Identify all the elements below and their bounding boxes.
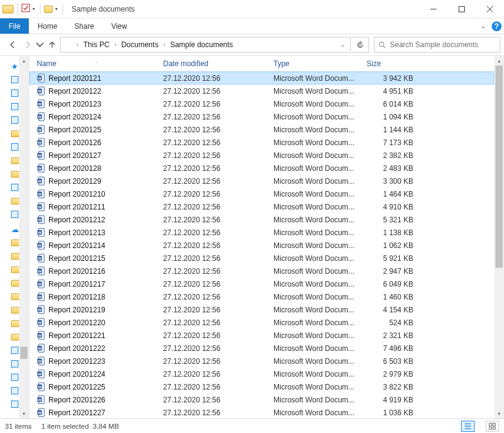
- file-row[interactable]: WReport 2020121927.12.2020 12:56Microsof…: [29, 303, 494, 316]
- file-row[interactable]: WReport 202012427.12.2020 12:56Microsoft…: [29, 110, 494, 123]
- chevron-right-icon[interactable]: ›: [113, 42, 118, 48]
- nav-folder-icon[interactable]: [11, 293, 20, 300]
- file-name: Report 2020127: [48, 151, 101, 160]
- nav-item-icon[interactable]: [11, 76, 18, 83]
- nav-item-icon[interactable]: [11, 347, 18, 354]
- search-box[interactable]: [374, 37, 500, 53]
- nav-item-icon[interactable]: [11, 360, 18, 367]
- nav-folder-icon[interactable]: [11, 157, 20, 164]
- title-caret-icon[interactable]: ▾: [54, 6, 59, 12]
- nav-folder-icon[interactable]: [11, 253, 20, 260]
- file-row[interactable]: WReport 202012527.12.2020 12:56Microsoft…: [29, 123, 494, 136]
- file-row[interactable]: WReport 2020121327.12.2020 12:56Microsof…: [29, 226, 494, 239]
- file-row[interactable]: WReport 2020122727.12.2020 12:56Microsof…: [29, 406, 494, 418]
- file-row[interactable]: WReport 2020121527.12.2020 12:56Microsof…: [29, 252, 494, 265]
- details-view-button[interactable]: [461, 421, 475, 432]
- icons-view-button[interactable]: [486, 421, 499, 432]
- quick-access-icon[interactable]: ★: [11, 62, 18, 71]
- file-row[interactable]: WReport 202012627.12.2020 12:56Microsoft…: [29, 136, 494, 149]
- nav-recent-dropdown[interactable]: [36, 38, 44, 51]
- scroll-up-icon[interactable]: ▴: [19, 56, 29, 66]
- address-bar[interactable]: › This PC › Documents › Sample documents…: [60, 37, 351, 53]
- breadcrumb-this-pc[interactable]: This PC: [82, 40, 111, 49]
- file-row[interactable]: WReport 202012227.12.2020 12:56Microsoft…: [29, 85, 494, 97]
- file-type: Microsoft Word Docum...: [269, 267, 362, 276]
- nav-folder-icon[interactable]: [11, 239, 20, 246]
- properties-icon[interactable]: [21, 4, 30, 15]
- nav-folder-icon[interactable]: [11, 307, 20, 314]
- nav-item-icon[interactable]: [11, 103, 18, 110]
- tab-share[interactable]: Share: [66, 18, 102, 34]
- nav-item-icon[interactable]: [11, 184, 18, 191]
- nav-folder-icon[interactable]: [11, 198, 20, 205]
- list-scrollbar[interactable]: ▴ ▾: [494, 56, 504, 418]
- tab-file[interactable]: File: [0, 18, 29, 34]
- breadcrumb-sample-documents[interactable]: Sample documents: [169, 40, 234, 49]
- nav-item-icon[interactable]: [11, 387, 18, 394]
- breadcrumb-documents[interactable]: Documents: [120, 40, 160, 49]
- addr-expand-icon[interactable]: ⌄: [338, 42, 348, 48]
- file-row[interactable]: WReport 2020122427.12.2020 12:56Microsof…: [29, 367, 494, 380]
- nav-folder-icon[interactable]: [11, 320, 20, 327]
- chevron-right-icon[interactable]: ›: [75, 42, 80, 48]
- file-size: 2 483 KB: [362, 164, 418, 173]
- file-row[interactable]: WReport 2020121827.12.2020 12:56Microsof…: [29, 290, 494, 303]
- file-size: 4 910 KB: [362, 203, 418, 211]
- nav-item-icon[interactable]: [11, 116, 18, 124]
- file-row[interactable]: WReport 2020121027.12.2020 12:56Microsof…: [29, 187, 494, 200]
- file-row[interactable]: WReport 202012327.12.2020 12:56Microsoft…: [29, 97, 494, 110]
- file-row[interactable]: WReport 2020121127.12.2020 12:56Microsof…: [29, 200, 494, 213]
- file-row[interactable]: WReport 2020122127.12.2020 12:56Microsof…: [29, 329, 494, 342]
- nav-folder-icon[interactable]: [11, 334, 20, 341]
- file-row[interactable]: WReport 202012827.12.2020 12:56Microsoft…: [29, 162, 494, 175]
- nav-folder-icon[interactable]: [11, 280, 20, 287]
- onedrive-icon[interactable]: ☁: [11, 225, 19, 234]
- nav-folder-icon[interactable]: [11, 266, 20, 273]
- navigation-pane[interactable]: ★ ☁ ▴: [0, 56, 29, 418]
- scroll-down-icon[interactable]: ▾: [19, 409, 29, 418]
- file-row[interactable]: WReport 2020121427.12.2020 12:56Microsof…: [29, 239, 494, 252]
- nav-scrollbar[interactable]: ▴ ▾: [19, 56, 29, 418]
- chevron-right-icon[interactable]: ›: [162, 42, 166, 48]
- file-row[interactable]: WReport 2020121727.12.2020 12:56Microsof…: [29, 277, 494, 290]
- column-type[interactable]: Type: [269, 56, 362, 71]
- file-row[interactable]: WReport 202012727.12.2020 12:56Microsoft…: [29, 149, 494, 162]
- scroll-thumb[interactable]: [495, 66, 503, 268]
- nav-forward-button[interactable]: [21, 38, 34, 51]
- file-type: Microsoft Word Docum...: [269, 383, 362, 391]
- scroll-up-icon[interactable]: ▴: [494, 56, 504, 66]
- file-row[interactable]: WReport 202012127.12.2020 12:56Microsoft…: [29, 72, 494, 85]
- column-size[interactable]: Size: [362, 56, 418, 71]
- file-row[interactable]: WReport 2020122227.12.2020 12:56Microsof…: [29, 342, 494, 355]
- nav-item-icon[interactable]: [11, 374, 18, 381]
- nav-item-icon[interactable]: [11, 211, 18, 218]
- nav-item-icon[interactable]: [11, 89, 18, 97]
- nav-up-button[interactable]: [45, 38, 59, 51]
- nav-back-button[interactable]: [6, 38, 20, 51]
- scroll-down-icon[interactable]: ▾: [494, 409, 504, 418]
- column-name[interactable]: Name ˆ: [32, 56, 158, 71]
- file-row[interactable]: WReport 2020122027.12.2020 12:56Microsof…: [29, 316, 494, 329]
- refresh-button[interactable]: [352, 37, 369, 53]
- close-button[interactable]: [476, 0, 504, 18]
- tab-home[interactable]: Home: [29, 18, 66, 34]
- collapse-ribbon-icon[interactable]: ⌄: [477, 18, 489, 34]
- maximize-button[interactable]: [448, 0, 476, 18]
- file-row[interactable]: WReport 2020122527.12.2020 12:56Microsof…: [29, 380, 494, 393]
- file-row[interactable]: WReport 2020122627.12.2020 12:56Microsof…: [29, 393, 494, 406]
- nav-folder-icon[interactable]: [11, 130, 20, 137]
- qat-dropdown-icon[interactable]: ▾: [31, 6, 36, 12]
- minimize-button[interactable]: [419, 0, 448, 18]
- file-row[interactable]: WReport 2020121227.12.2020 12:56Microsof…: [29, 213, 494, 226]
- file-row[interactable]: WReport 2020122327.12.2020 12:56Microsof…: [29, 355, 494, 367]
- scroll-thumb[interactable]: [20, 347, 28, 359]
- nav-folder-icon[interactable]: [11, 171, 20, 178]
- file-row[interactable]: WReport 202012927.12.2020 12:56Microsoft…: [29, 175, 494, 187]
- file-row[interactable]: WReport 2020121627.12.2020 12:56Microsof…: [29, 265, 494, 277]
- column-date[interactable]: Date modified: [158, 56, 269, 71]
- search-input[interactable]: [390, 40, 496, 49]
- nav-item-icon[interactable]: [11, 143, 18, 151]
- nav-item-icon[interactable]: [11, 401, 18, 408]
- tab-view[interactable]: View: [102, 18, 136, 34]
- help-button[interactable]: ?: [489, 18, 504, 34]
